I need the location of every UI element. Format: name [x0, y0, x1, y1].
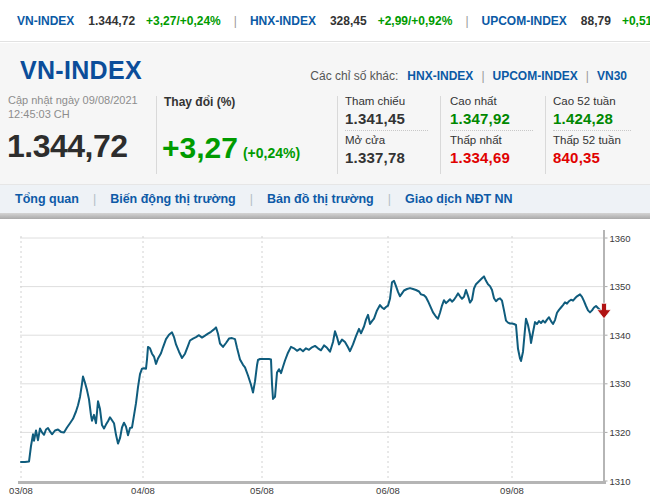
- last-updated-date: Cập nhật ngày 09/08/2021: [8, 93, 138, 107]
- price-chart[interactable]: 13101320133013401350136003/0804/0805/080…: [0, 219, 650, 504]
- tab-ban-do-thi-truong[interactable]: Bản đồ thị trường: [267, 192, 374, 206]
- x-tick-label: 03/08: [9, 485, 33, 496]
- ticker-index-change: +3,27/+0,24%: [146, 14, 221, 28]
- change-label: Thay đổi (%): [164, 95, 235, 109]
- page-title: VN-INDEX: [20, 56, 142, 85]
- stat-value: 1.341,45: [345, 110, 440, 127]
- ticker-index-name: HNX-INDEX: [250, 14, 316, 28]
- tab-bar: Tổng quan | Biến động thị trường | Bản đ…: [0, 184, 650, 213]
- tab-giao-dich-ndt-nn[interactable]: Giao dịch NĐT NN: [405, 192, 513, 206]
- column-divider: [156, 96, 157, 174]
- last-updated-time: 12:45:03 CH: [8, 107, 138, 121]
- column-divider: [545, 96, 546, 174]
- y-tick-label: 1320: [610, 427, 631, 438]
- ticker-index-value: 1.344,72: [88, 14, 135, 28]
- stat-label: Cao nhất: [450, 95, 545, 107]
- link-separator: |: [481, 69, 484, 83]
- x-tick-label: 06/08: [376, 485, 400, 496]
- other-indices-nav: Các chỉ số khác: HNX-INDEX | UPCOM-INDEX…: [310, 69, 627, 83]
- stat-value: 1.337,78: [345, 149, 440, 166]
- page: VN-INDEX 1.344,72 +3,27/+0,24% | HNX-IND…: [0, 0, 650, 504]
- other-indices-label: Các chỉ số khác:: [310, 69, 398, 83]
- price-chart-svg[interactable]: 13101320133013401350136003/0804/0805/080…: [0, 224, 650, 504]
- ticker-index-name: UPCOM-INDEX: [482, 14, 567, 28]
- y-tick-label: 1360: [610, 233, 631, 244]
- ticker-index-value: 328,45: [330, 14, 367, 28]
- stat-value: 1.424,28: [553, 110, 648, 127]
- index-header: VN-INDEX Các chỉ số khác: HNX-INDEX | UP…: [0, 43, 650, 184]
- ticker-index-change: +0,51/+0,58%: [622, 14, 650, 28]
- ticker-index-name: VN-INDEX: [17, 14, 74, 28]
- tab-separator: |: [250, 192, 253, 206]
- column-divider: [440, 96, 441, 174]
- column-divider: [337, 96, 338, 174]
- change-points: +3,27: [162, 131, 238, 164]
- y-tick-label: 1350: [610, 281, 631, 292]
- ticker-bar: VN-INDEX 1.344,72 +3,27/+0,24% | HNX-IND…: [0, 0, 650, 42]
- y-tick-label: 1310: [610, 476, 631, 487]
- x-tick-label: 05/08: [250, 485, 274, 496]
- stat-label: Thấp 52 tuần: [553, 134, 648, 146]
- ticker-item-upcomindex[interactable]: UPCOM-INDEX 88,79 +0,51/+0,58%: [482, 14, 650, 28]
- stat-label: Tham chiếu: [345, 95, 440, 107]
- ticker-separator: |: [234, 14, 237, 28]
- stat-open: Mở cửa 1.337,78: [345, 134, 440, 166]
- y-tick-label: 1330: [610, 378, 631, 389]
- ticker-separator: |: [465, 14, 468, 28]
- last-updated-text: Cập nhật ngày 09/08/2021 12:45:03 CH: [8, 93, 138, 121]
- link-vn30[interactable]: VN30: [597, 69, 627, 83]
- stat-low: Thấp nhất 1.334,69: [450, 134, 545, 166]
- tab-bien-dong-thi-truong[interactable]: Biến động thị trường: [110, 192, 236, 206]
- price-line: [21, 276, 602, 462]
- change-percent: (+0,24%): [243, 145, 300, 161]
- row-divider: [345, 130, 428, 131]
- last-price-arrow-icon: [597, 303, 611, 319]
- tab-separator: |: [388, 192, 391, 206]
- stat-value: 840,35: [553, 149, 648, 166]
- row-divider: [553, 130, 631, 131]
- tab-tong-quan[interactable]: Tổng quan: [15, 192, 79, 206]
- stat-label: Thấp nhất: [450, 134, 545, 146]
- link-hnx-index[interactable]: HNX-INDEX: [407, 69, 473, 83]
- ticker-index-value: 88,79: [581, 14, 611, 28]
- stat-value: 1.347,92: [450, 110, 545, 127]
- stat-label: Mở cửa: [345, 134, 440, 146]
- link-upcom-index[interactable]: UPCOM-INDEX: [493, 69, 578, 83]
- stat-52w-high: Cao 52 tuần 1.424,28: [553, 95, 648, 127]
- tab-separator: |: [93, 192, 96, 206]
- stat-high: Cao nhất 1.347,92: [450, 95, 545, 127]
- x-tick-label: 09/08: [500, 485, 524, 496]
- stat-value: 1.334,69: [450, 149, 545, 166]
- stat-label: Cao 52 tuần: [553, 95, 648, 107]
- ticker-item-hnxindex[interactable]: HNX-INDEX 328,45 +2,99/+0,92%: [250, 14, 452, 28]
- stat-52w-low: Thấp 52 tuần 840,35: [553, 134, 648, 166]
- y-tick-label: 1340: [610, 330, 631, 341]
- link-separator: |: [586, 69, 589, 83]
- ticker-index-change: +2,99/+0,92%: [378, 14, 453, 28]
- index-last-value: 1.344,72: [7, 128, 128, 165]
- x-tick-label: 04/08: [131, 485, 155, 496]
- index-change-value: +3,27(+0,24%): [162, 131, 300, 165]
- ticker-item-vnindex[interactable]: VN-INDEX 1.344,72 +3,27/+0,24%: [17, 14, 221, 28]
- stat-reference: Tham chiếu 1.341,45: [345, 95, 440, 127]
- row-divider: [450, 130, 533, 131]
